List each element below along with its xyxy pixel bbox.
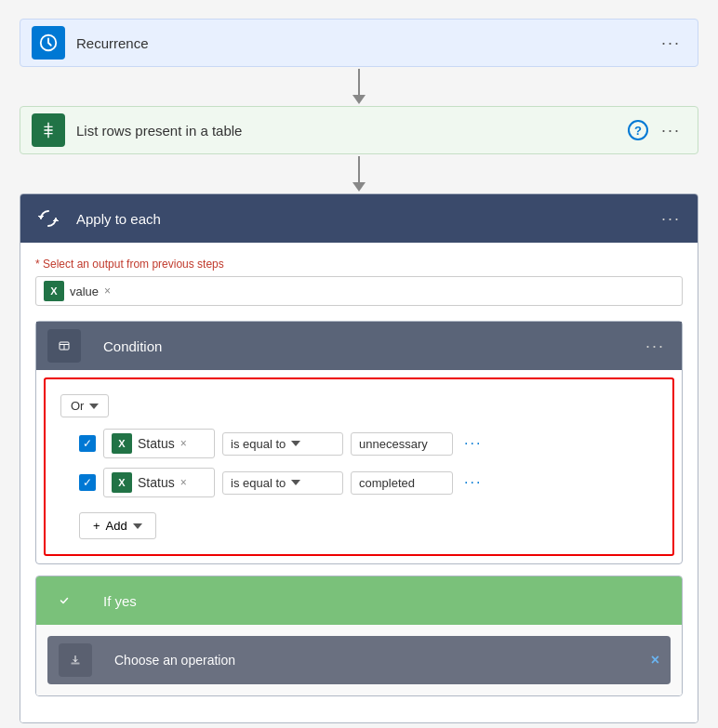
condition-label: Condition [103, 338, 640, 354]
list-rows-actions: ? ··· [628, 117, 686, 144]
if-yes-label: If yes [103, 593, 671, 609]
operator-1-chevron-icon [291, 441, 300, 446]
condition-row-1-field: X Status × [103, 429, 215, 458]
choose-op-block: Choose an operation × [47, 636, 671, 684]
add-icon: + [93, 519, 100, 533]
list-rows-label: List rows present in a table [76, 123, 628, 139]
field-2-label: Status [138, 475, 175, 490]
recurrence-label: Recurrence [76, 35, 656, 51]
if-yes-header: If yes [36, 576, 682, 625]
field-2-excel-icon: X [112, 472, 132, 493]
field-1-remove-button[interactable]: × [180, 437, 187, 450]
if-yes-container: If yes Choose an operation × [35, 576, 683, 696]
recurrence-actions: ··· [656, 30, 686, 57]
apply-each-header: Apply to each ··· [20, 194, 698, 243]
arrow-2 [352, 156, 366, 192]
condition-more-button[interactable]: ··· [640, 333, 671, 360]
condition-row-2-field: X Status × [103, 468, 215, 497]
add-label: Add [106, 519, 127, 533]
condition-row-2: X Status × is equal to completed ··· [60, 468, 658, 497]
field-1-excel-icon: X [112, 433, 132, 454]
choose-op-label: Choose an operation [114, 653, 651, 668]
condition-body: Or X Status × is equal to [44, 377, 674, 556]
list-rows-more-button[interactable]: ··· [656, 117, 686, 144]
condition-row-2-value: completed [351, 471, 453, 495]
operator-2-label: is equal to [231, 476, 286, 490]
condition-row-1-value: unnecessary [351, 432, 453, 456]
value-remove-button[interactable]: × [104, 285, 111, 298]
choose-op-icon [59, 643, 92, 677]
operator-2-chevron-icon [291, 480, 300, 485]
field-1-label: Status [138, 436, 175, 451]
apply-each-label: Apply to each [76, 211, 656, 227]
condition-row-1-operator[interactable]: is equal to [222, 432, 343, 456]
value-input-row: X value × [35, 276, 683, 306]
apply-each-more-button[interactable]: ··· [656, 205, 686, 232]
list-rows-icon [32, 113, 65, 147]
condition-row-1-more-button[interactable]: ··· [460, 431, 485, 456]
recurrence-icon [32, 26, 65, 60]
flow-container: Recurrence ··· List rows present in a ta… [20, 19, 698, 723]
condition-row-1-checkbox[interactable] [79, 435, 96, 452]
apply-each-icon [32, 202, 65, 235]
list-rows-help-button[interactable]: ? [628, 120, 648, 140]
list-rows-block: List rows present in a table ? ··· [20, 106, 698, 154]
condition-row-2-checkbox[interactable] [79, 474, 96, 491]
output-label: * Select an output from previous steps [35, 258, 683, 271]
condition-header: Condition ··· [36, 322, 682, 370]
svg-rect-3 [72, 663, 80, 665]
if-yes-icon [47, 584, 81, 617]
choose-op-close-button[interactable]: × [651, 652, 659, 668]
or-dropdown[interactable]: Or [60, 394, 109, 417]
condition-container: Condition ··· Or X Status [35, 321, 683, 564]
value-excel-badge: X [44, 281, 64, 301]
condition-row-1: X Status × is equal to unnecessary ··· [60, 429, 658, 458]
add-chevron-icon [133, 523, 142, 529]
condition-icon [47, 329, 81, 363]
operator-1-label: is equal to [231, 437, 286, 451]
arrow-1 [352, 69, 366, 104]
apply-each-container: Apply to each ··· * Select an output fro… [20, 193, 698, 723]
value-tag: value [70, 285, 99, 298]
or-chevron-icon [89, 404, 99, 409]
recurrence-block: Recurrence ··· [20, 19, 698, 67]
field-2-remove-button[interactable]: × [180, 476, 187, 489]
apply-each-body: * Select an output from previous steps X… [20, 243, 698, 722]
add-condition-button[interactable]: + Add [79, 512, 156, 539]
if-yes-body: Choose an operation × [36, 625, 682, 695]
recurrence-more-button[interactable]: ··· [656, 30, 686, 57]
condition-row-2-operator[interactable]: is equal to [222, 471, 343, 495]
or-label: Or [71, 399, 84, 413]
condition-row-2-more-button[interactable]: ··· [460, 470, 485, 495]
